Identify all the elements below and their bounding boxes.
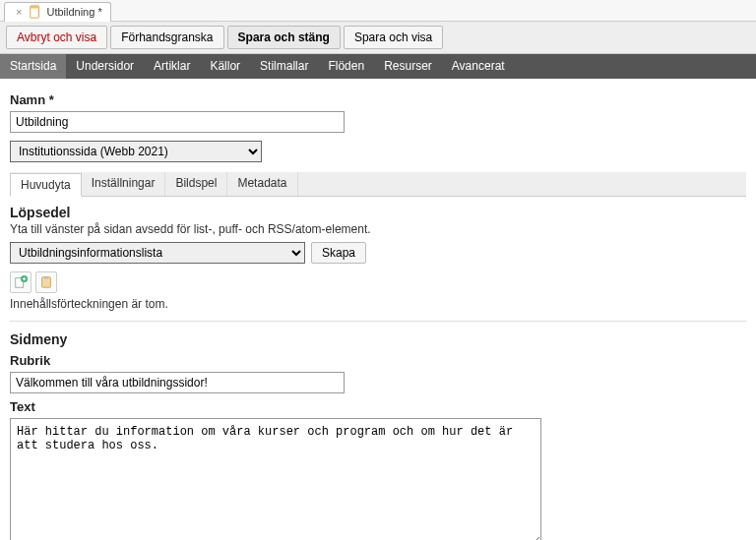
nav-kallor[interactable]: Källor [200, 54, 250, 79]
close-icon[interactable]: × [13, 6, 25, 18]
template-select[interactable]: Institutionssida (Webb 2021) [10, 141, 262, 162]
nav-artiklar[interactable]: Artiklar [144, 54, 200, 79]
cancel-button[interactable]: Avbryt och visa [6, 26, 107, 49]
preview-button[interactable]: Förhandsgranska [110, 26, 223, 49]
rubrik-input[interactable] [10, 372, 345, 393]
document-tab[interactable]: × Utbildning * [4, 2, 111, 22]
subtab-metadata[interactable]: Metadata [227, 172, 297, 196]
subtab-huvudyta[interactable]: Huvudyta [10, 173, 82, 197]
action-bar: Avbryt och visa Förhandsgranska Spara oc… [0, 22, 756, 54]
lopsedel-heading: Löpsedel [10, 205, 746, 220]
paste-item-icon[interactable] [35, 271, 57, 293]
nav-resurser[interactable]: Resurser [374, 54, 442, 79]
nav-startsida[interactable]: Startsida [0, 54, 66, 79]
nav-avancerat[interactable]: Avancerat [442, 54, 515, 79]
document-tab-strip: × Utbildning * [0, 0, 756, 22]
page-icon [29, 5, 42, 19]
save-show-button[interactable]: Spara och visa [344, 26, 443, 49]
subtab-installningar[interactable]: Inställningar [82, 172, 166, 196]
nav-undersidor[interactable]: Undersidor [66, 54, 144, 79]
lopsedel-section: Löpsedel Yta till vänster på sidan avsed… [10, 205, 746, 311]
name-label: Namn * [10, 92, 746, 107]
svg-rect-5 [44, 276, 48, 279]
create-button[interactable]: Skapa [311, 242, 366, 264]
text-label: Text [10, 399, 746, 414]
rubrik-label: Rubrik [10, 353, 746, 368]
main-nav: Startsida Undersidor Artiklar Källor Sti… [0, 54, 756, 79]
sidmeny-section: Sidmeny Rubrik Text [10, 331, 746, 540]
document-tab-title: Utbildning * [46, 6, 101, 18]
save-close-button[interactable]: Spara och stäng [227, 26, 341, 49]
nav-stilmallar[interactable]: Stilmallar [250, 54, 318, 79]
page-body: Namn * Institutionssida (Webb 2021) Huvu… [0, 79, 756, 540]
divider [10, 321, 746, 322]
sidmeny-heading: Sidmeny [10, 331, 746, 347]
subtab-bildspel[interactable]: Bildspel [165, 172, 227, 196]
name-input[interactable] [10, 111, 345, 133]
text-textarea[interactable] [10, 418, 541, 540]
svg-rect-1 [31, 6, 39, 9]
nav-floden[interactable]: Flöden [318, 54, 374, 79]
lopsedel-select[interactable]: Utbildningsinformationslista [10, 242, 305, 264]
lopsedel-empty-msg: Innehållsförteckningen är tom. [10, 297, 746, 311]
lopsedel-desc: Yta till vänster på sidan avsedd för lis… [10, 222, 746, 236]
sub-tabs: Huvudyta Inställningar Bildspel Metadata [10, 172, 746, 197]
add-item-icon[interactable] [10, 271, 32, 293]
